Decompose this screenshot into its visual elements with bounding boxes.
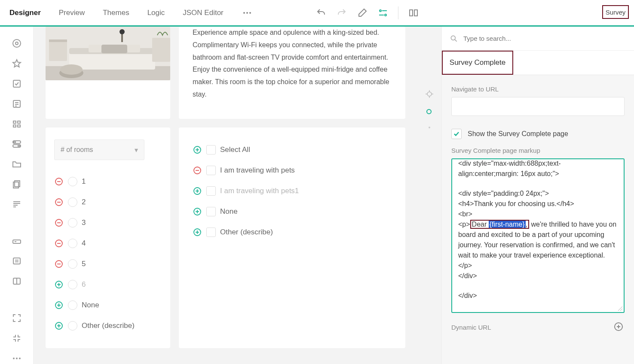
room-option-row[interactable]: 3	[54, 212, 162, 233]
redo-icon[interactable]	[336, 7, 347, 18]
minus-circle-icon[interactable]	[54, 197, 64, 207]
grid-icon[interactable]	[11, 118, 23, 130]
room-option-row[interactable]: Other (describe)	[54, 315, 162, 336]
svg-line-94	[618, 306, 622, 311]
rooms-card[interactable]: # of rooms ▾ 123456NoneOther (describe)	[46, 127, 170, 348]
check-option-row[interactable]: None	[193, 201, 392, 222]
token-first-name: {first-name}	[489, 221, 526, 228]
corners-in-icon[interactable]	[11, 332, 23, 344]
plus-circle-icon[interactable]	[54, 280, 64, 289]
room-option-row[interactable]: 4	[54, 233, 162, 254]
svg-point-7	[13, 39, 21, 47]
room-option-row[interactable]: 6	[54, 274, 162, 295]
checkbox-box[interactable]	[206, 228, 216, 237]
radio-icon[interactable]	[11, 38, 23, 49]
room-option-row[interactable]: None	[54, 295, 162, 315]
input-icon[interactable]	[11, 235, 23, 247]
dot-icon[interactable]	[428, 126, 431, 129]
show-complete-checkbox[interactable]	[451, 129, 462, 139]
plus-circle-icon[interactable]	[54, 300, 64, 310]
svg-point-3	[380, 10, 381, 12]
plus-circle-icon[interactable]	[193, 145, 202, 155]
check-option-row[interactable]: Select All	[193, 140, 392, 160]
toggle-icon[interactable]	[11, 138, 23, 150]
plus-circle-icon[interactable]	[193, 207, 202, 216]
checkbox-box[interactable]	[206, 166, 216, 175]
eraser-icon[interactable]	[357, 7, 368, 18]
minus-circle-icon[interactable]	[54, 177, 64, 186]
radio-dot[interactable]	[68, 218, 77, 228]
checkbox-box[interactable]	[206, 145, 216, 155]
option-label: None	[220, 207, 238, 216]
plus-circle-icon[interactable]	[54, 321, 64, 331]
folder-icon[interactable]	[11, 158, 23, 170]
radio-dot[interactable]	[68, 321, 77, 331]
check-option-row[interactable]: I am traveling with pets	[193, 160, 392, 181]
room-image	[46, 27, 170, 80]
star-icon[interactable]	[11, 58, 23, 70]
tab-themes[interactable]: Themes	[103, 9, 129, 17]
tab-logic[interactable]: Logic	[147, 9, 165, 17]
svg-rect-44	[127, 45, 140, 52]
plus-circle-icon[interactable]	[193, 228, 202, 237]
svg-rect-14	[13, 121, 16, 123]
panel-search-input[interactable]	[462, 34, 626, 42]
panel-search[interactable]	[442, 27, 634, 51]
check-option-row[interactable]: I am traveling with pets1	[193, 181, 392, 201]
radio-dot[interactable]	[68, 259, 77, 269]
check-option-row[interactable]: Other (describe)	[193, 222, 392, 243]
toolbar	[315, 6, 419, 19]
circle-focus-icon[interactable]	[426, 108, 433, 116]
navigate-url-label: Navigate to URL	[451, 85, 625, 93]
textarea-icon[interactable]	[11, 255, 23, 267]
minus-circle-icon[interactable]	[54, 218, 64, 228]
text-lines-icon[interactable]	[11, 98, 23, 109]
radio-dot[interactable]	[68, 239, 77, 248]
radio-dot[interactable]	[68, 300, 77, 310]
more-vert-icon[interactable]	[11, 352, 23, 364]
target-icon[interactable]	[426, 90, 433, 98]
plus-circle-icon[interactable]	[193, 186, 202, 196]
checkbox-box[interactable]	[206, 186, 216, 196]
svg-rect-16	[13, 125, 16, 127]
room-option-row[interactable]: 1	[54, 171, 162, 192]
corners-out-icon[interactable]	[11, 312, 23, 324]
tab-preview[interactable]: Preview	[59, 9, 85, 17]
room-option-row[interactable]: 5	[54, 254, 162, 274]
show-complete-row[interactable]: Show the Survey Complete page	[451, 129, 625, 139]
checkbox-box[interactable]	[206, 207, 216, 216]
checks-card[interactable]: Select AllI am traveling with petsI am t…	[179, 127, 405, 348]
radio-dot[interactable]	[68, 197, 77, 207]
svg-rect-42	[101, 45, 127, 53]
svg-rect-15	[18, 121, 20, 123]
tab-designer[interactable]: Designer	[9, 9, 41, 17]
navigate-url-input[interactable]	[451, 97, 625, 116]
undo-icon[interactable]	[315, 7, 327, 18]
radio-dot[interactable]	[68, 177, 77, 186]
svg-point-36	[16, 358, 18, 359]
resize-handle-icon[interactable]	[617, 305, 623, 311]
paragraph-icon[interactable]	[11, 198, 23, 210]
show-complete-label: Show the Survey Complete page	[468, 130, 568, 138]
room-option-row[interactable]: 2	[54, 192, 162, 212]
split-icon[interactable]	[11, 276, 23, 287]
tab-json-editor[interactable]: JSON Editor	[183, 9, 223, 17]
stack-icon[interactable]	[11, 178, 23, 190]
minus-circle-icon[interactable]	[193, 166, 202, 175]
survey-button[interactable]: Survey	[602, 5, 629, 19]
more-icon[interactable]	[242, 7, 253, 18]
settings-sliders-icon[interactable]	[377, 7, 389, 18]
book-icon[interactable]	[408, 7, 419, 18]
radio-dot[interactable]	[68, 280, 77, 289]
panel-tab-survey-complete[interactable]: Survey Complete	[442, 51, 513, 75]
rooms-dropdown[interactable]: # of rooms ▾	[54, 140, 144, 160]
minus-circle-icon[interactable]	[54, 239, 64, 248]
add-dynamic-url-button[interactable]	[613, 322, 625, 333]
minus-circle-icon[interactable]	[54, 259, 64, 269]
design-canvas[interactable]: Experience ample space and opulence with…	[34, 27, 417, 364]
markup-textarea[interactable]: <div style="max-width:688px;text- align:…	[451, 158, 625, 313]
image-card[interactable]	[46, 27, 170, 119]
checkbox-icon[interactable]	[11, 78, 23, 90]
option-label: 3	[82, 218, 86, 227]
description-card[interactable]: Experience ample space and opulence with…	[179, 27, 405, 119]
